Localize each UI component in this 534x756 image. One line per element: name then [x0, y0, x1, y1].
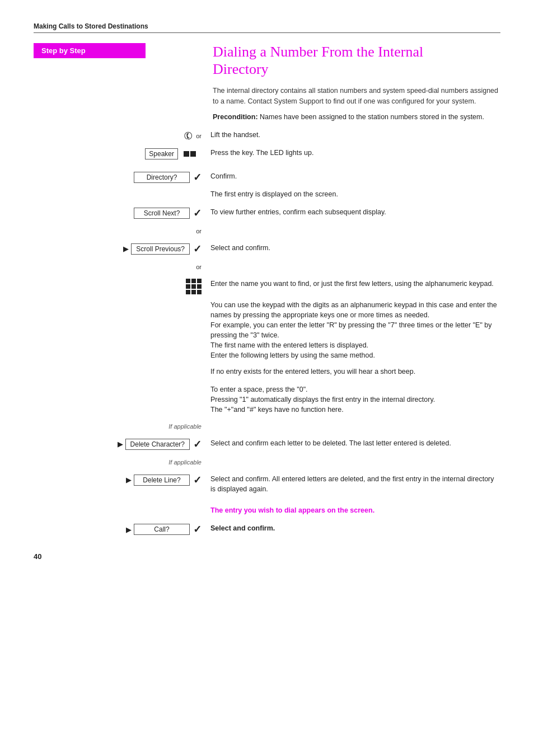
call-button: Call? — [134, 524, 190, 535]
if-applicable-label-1: If applicable — [168, 423, 202, 430]
step-delete-line: ▶ Delete Line? ✓ Select and confirm. All… — [34, 474, 500, 494]
step-or-scroll: or — [34, 225, 500, 237]
handset-icon: ✆ — [182, 128, 195, 143]
step-delete-char: ▶ Delete Character? ✓ Select and confirm… — [34, 438, 500, 450]
call-desc-text: Select and confirm. — [210, 524, 275, 532]
page-number: 40 — [34, 552, 500, 561]
step-no-entry: If no entry exists for the entered lette… — [34, 367, 500, 379]
delete-char-checkmark: ✓ — [193, 438, 202, 450]
speaker-button: Speaker — [145, 148, 178, 159]
page-title: Dialing a Number From the Internal Direc… — [213, 43, 500, 78]
step-scroll-previous: ▶ Scroll Previous? ✓ Select and confirm. — [34, 243, 500, 255]
step-keypad: Enter the name you want to find, or just… — [34, 279, 500, 294]
arrow-scroll-prev: ▶ — [123, 245, 129, 253]
scroll-next-checkmark: ✓ — [193, 207, 202, 219]
entry-appears-text: The entry you wish to dial appears on th… — [210, 506, 374, 514]
keypad-icon — [186, 279, 202, 294]
description: The internal directory contains all stat… — [213, 86, 500, 106]
led-indicator — [184, 151, 196, 157]
or-scroll-label: or — [196, 228, 202, 234]
or-label: or — [196, 133, 202, 139]
step-entry-appears: The entry you wish to dial appears on th… — [34, 505, 500, 518]
scroll-previous-button: Scroll Previous? — [131, 243, 190, 255]
or-keypad-label: or — [196, 264, 202, 270]
if-applicable-delete-line: If applicable — [34, 456, 500, 468]
step-keypad-detail: You can use the keypad with the digits a… — [34, 300, 500, 361]
scroll-previous-checkmark: ✓ — [193, 243, 202, 255]
step-scroll-next: Scroll Next? ✓ To view further entries, … — [34, 207, 500, 219]
delete-line-checkmark: ✓ — [193, 474, 202, 486]
step-lift-handset: ✆ or Lift the handset. — [34, 130, 500, 142]
directory-button: Directory? — [134, 172, 190, 183]
step-by-step-box: Step by Step — [34, 43, 146, 58]
arrow-delete-char: ▶ — [118, 440, 123, 448]
section-header: Making Calls to Stored Destinations — [34, 22, 500, 33]
step-or-keypad: or — [34, 261, 500, 273]
step-directory: Directory? ✓ Confirm. — [34, 171, 500, 184]
step-speaker: Speaker Press the key. The LED lights up… — [34, 148, 500, 160]
if-applicable-delete-char: If applicable — [34, 420, 500, 433]
call-checkmark: ✓ — [193, 523, 202, 536]
arrow-delete-line: ▶ — [126, 476, 132, 484]
if-applicable-label-2: If applicable — [168, 459, 202, 466]
delete-line-button: Delete Line? — [134, 475, 190, 486]
delete-char-button: Delete Character? — [125, 439, 190, 450]
scroll-next-button: Scroll Next? — [134, 208, 190, 219]
directory-checkmark: ✓ — [193, 171, 202, 184]
step-space: To enter a space, press the "0". Pressin… — [34, 384, 500, 415]
step-first-entry: The first entry is displayed on the scre… — [34, 189, 500, 201]
arrow-call: ▶ — [126, 525, 132, 534]
precondition: Precondition: Names have been assigned t… — [213, 112, 500, 122]
step-call: ▶ Call? ✓ Select and confirm. — [34, 523, 500, 536]
